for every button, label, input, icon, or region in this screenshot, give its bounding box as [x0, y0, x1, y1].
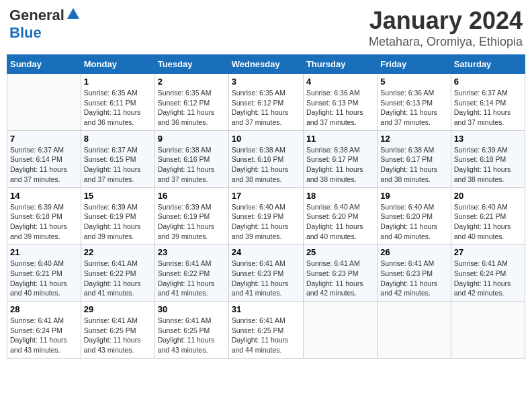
calendar-cell: 16Sunrise: 6:39 AMSunset: 6:19 PMDayligh…: [154, 187, 228, 244]
day-info: Sunrise: 6:36 AMSunset: 6:13 PMDaylight:…: [380, 88, 447, 128]
calendar-cell: 14Sunrise: 6:39 AMSunset: 6:18 PMDayligh…: [7, 187, 81, 244]
calendar-cell: 10Sunrise: 6:38 AMSunset: 6:16 PMDayligh…: [228, 130, 303, 187]
day-info: Sunrise: 6:41 AMSunset: 6:23 PMDaylight:…: [380, 259, 447, 298]
day-info: Sunrise: 6:38 AMSunset: 6:16 PMDaylight:…: [158, 145, 226, 185]
logo-icon: [66, 7, 81, 21]
day-number: 26: [380, 247, 447, 257]
day-info: Sunrise: 6:41 AMSunset: 6:25 PMDaylight:…: [232, 316, 300, 355]
day-number: 27: [454, 247, 522, 257]
day-number: 17: [232, 191, 300, 201]
calendar-cell: 22Sunrise: 6:41 AMSunset: 6:22 PMDayligh…: [81, 244, 154, 302]
day-info: Sunrise: 6:41 AMSunset: 6:25 PMDaylight:…: [84, 316, 152, 355]
day-number: 10: [232, 134, 300, 144]
day-number: 28: [10, 304, 78, 314]
day-info: Sunrise: 6:39 AMSunset: 6:18 PMDaylight:…: [454, 145, 522, 185]
day-number: 25: [306, 247, 374, 257]
logo: General Blue: [9, 7, 81, 42]
day-info: Sunrise: 6:40 AMSunset: 6:20 PMDaylight:…: [306, 202, 374, 242]
day-info: Sunrise: 6:39 AMSunset: 6:19 PMDaylight:…: [84, 202, 152, 242]
day-number: 30: [158, 304, 226, 314]
calendar-cell: 8Sunrise: 6:37 AMSunset: 6:15 PMDaylight…: [81, 130, 154, 187]
calendar-subtitle: Metahara, Oromiya, Ethiopia: [369, 35, 523, 49]
calendar-cell: [378, 302, 451, 359]
title-section: January 2024 Metahara, Oromiya, Ethiopia: [369, 7, 523, 49]
day-info: Sunrise: 6:41 AMSunset: 6:23 PMDaylight:…: [306, 259, 374, 298]
calendar-cell: 29Sunrise: 6:41 AMSunset: 6:25 PMDayligh…: [81, 302, 154, 359]
calendar-cell: 23Sunrise: 6:41 AMSunset: 6:22 PMDayligh…: [154, 244, 228, 302]
day-number: 31: [232, 304, 300, 314]
day-number: 29: [84, 304, 152, 314]
calendar-cell: 19Sunrise: 6:40 AMSunset: 6:20 PMDayligh…: [378, 187, 451, 244]
calendar-cell: 6Sunrise: 6:37 AMSunset: 6:14 PMDaylight…: [451, 74, 525, 131]
day-number: 13: [454, 134, 522, 144]
calendar-cell: 31Sunrise: 6:41 AMSunset: 6:25 PMDayligh…: [228, 302, 303, 359]
calendar-cell: 15Sunrise: 6:39 AMSunset: 6:19 PMDayligh…: [81, 187, 154, 244]
calendar-cell: 3Sunrise: 6:35 AMSunset: 6:12 PMDaylight…: [228, 74, 303, 131]
day-info: Sunrise: 6:37 AMSunset: 6:15 PMDaylight:…: [84, 145, 152, 185]
calendar-cell: 2Sunrise: 6:35 AMSunset: 6:12 PMDaylight…: [154, 74, 228, 131]
day-number: 19: [380, 191, 447, 201]
calendar-cell: 24Sunrise: 6:41 AMSunset: 6:23 PMDayligh…: [228, 244, 303, 302]
calendar-cell: 26Sunrise: 6:41 AMSunset: 6:23 PMDayligh…: [378, 244, 451, 302]
calendar-cell: 1Sunrise: 6:35 AMSunset: 6:11 PMDaylight…: [81, 74, 154, 131]
page-header: General Blue January 2024 Metahara, Orom…: [7, 7, 525, 49]
day-of-week-header: Monday: [81, 55, 154, 74]
day-of-week-header: Thursday: [303, 55, 377, 74]
calendar-cell: 11Sunrise: 6:38 AMSunset: 6:17 PMDayligh…: [303, 130, 377, 187]
day-number: 12: [380, 134, 447, 144]
day-info: Sunrise: 6:41 AMSunset: 6:22 PMDaylight:…: [84, 259, 152, 298]
day-info: Sunrise: 6:39 AMSunset: 6:19 PMDaylight:…: [158, 202, 226, 242]
day-number: 5: [380, 77, 447, 87]
calendar-cell: 20Sunrise: 6:40 AMSunset: 6:21 PMDayligh…: [451, 187, 525, 244]
logo-blue-text: Blue: [9, 24, 42, 41]
day-number: 8: [84, 134, 152, 144]
day-number: 20: [454, 191, 522, 201]
day-number: 15: [84, 191, 152, 201]
day-info: Sunrise: 6:37 AMSunset: 6:14 PMDaylight:…: [10, 145, 78, 185]
day-number: 11: [306, 134, 374, 144]
calendar-cell: 18Sunrise: 6:40 AMSunset: 6:20 PMDayligh…: [303, 187, 377, 244]
calendar-title: January 2024: [369, 7, 523, 35]
calendar-cell: 28Sunrise: 6:41 AMSunset: 6:24 PMDayligh…: [7, 302, 81, 359]
day-of-week-header: Wednesday: [228, 55, 303, 74]
day-number: 22: [84, 247, 152, 257]
calendar-cell: 7Sunrise: 6:37 AMSunset: 6:14 PMDaylight…: [7, 130, 81, 187]
calendar-cell: [451, 302, 525, 359]
calendar-cell: 17Sunrise: 6:40 AMSunset: 6:19 PMDayligh…: [228, 187, 303, 244]
day-number: 6: [454, 77, 522, 87]
day-info: Sunrise: 6:35 AMSunset: 6:11 PMDaylight:…: [84, 88, 152, 128]
day-info: Sunrise: 6:38 AMSunset: 6:17 PMDaylight:…: [380, 145, 447, 185]
day-info: Sunrise: 6:36 AMSunset: 6:13 PMDaylight:…: [306, 88, 374, 128]
day-number: 7: [10, 134, 78, 144]
day-info: Sunrise: 6:40 AMSunset: 6:21 PMDaylight:…: [454, 202, 522, 242]
day-number: 14: [10, 191, 78, 201]
day-of-week-header: Tuesday: [154, 55, 228, 74]
day-number: 4: [306, 77, 374, 87]
calendar-cell: 9Sunrise: 6:38 AMSunset: 6:16 PMDaylight…: [154, 130, 228, 187]
calendar-cell: 21Sunrise: 6:40 AMSunset: 6:21 PMDayligh…: [7, 244, 81, 302]
day-info: Sunrise: 6:39 AMSunset: 6:18 PMDaylight:…: [10, 202, 78, 242]
day-info: Sunrise: 6:41 AMSunset: 6:24 PMDaylight:…: [10, 316, 78, 355]
day-number: 21: [10, 247, 78, 257]
day-info: Sunrise: 6:41 AMSunset: 6:23 PMDaylight:…: [232, 259, 300, 298]
day-info: Sunrise: 6:38 AMSunset: 6:16 PMDaylight:…: [232, 145, 300, 185]
day-info: Sunrise: 6:41 AMSunset: 6:25 PMDaylight:…: [158, 316, 226, 355]
calendar-cell: 25Sunrise: 6:41 AMSunset: 6:23 PMDayligh…: [303, 244, 377, 302]
day-info: Sunrise: 6:37 AMSunset: 6:14 PMDaylight:…: [454, 88, 522, 128]
day-info: Sunrise: 6:40 AMSunset: 6:21 PMDaylight:…: [10, 259, 78, 298]
day-info: Sunrise: 6:40 AMSunset: 6:19 PMDaylight:…: [232, 202, 300, 242]
calendar-cell: [7, 74, 81, 131]
day-info: Sunrise: 6:41 AMSunset: 6:22 PMDaylight:…: [158, 259, 226, 298]
day-of-week-header: Sunday: [7, 55, 81, 74]
day-number: 23: [158, 247, 226, 257]
day-info: Sunrise: 6:35 AMSunset: 6:12 PMDaylight:…: [232, 88, 300, 128]
day-number: 18: [306, 191, 374, 201]
calendar-cell: 30Sunrise: 6:41 AMSunset: 6:25 PMDayligh…: [154, 302, 228, 359]
day-number: 1: [84, 77, 152, 87]
calendar-cell: 12Sunrise: 6:38 AMSunset: 6:17 PMDayligh…: [378, 130, 451, 187]
calendar-table: SundayMondayTuesdayWednesdayThursdayFrid…: [7, 54, 525, 359]
calendar-cell: 27Sunrise: 6:41 AMSunset: 6:24 PMDayligh…: [451, 244, 525, 302]
logo-general-text: General: [9, 7, 64, 24]
calendar-cell: 4Sunrise: 6:36 AMSunset: 6:13 PMDaylight…: [303, 74, 377, 131]
calendar-cell: 5Sunrise: 6:36 AMSunset: 6:13 PMDaylight…: [378, 74, 451, 131]
